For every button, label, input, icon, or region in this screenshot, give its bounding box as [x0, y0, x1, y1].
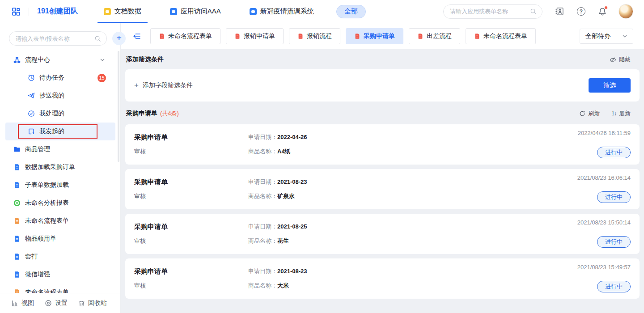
form-tab-bar: 未命名流程表单 报销申请单 报销流程 采购申请单 出差流程 未命名流程表单	[121, 23, 644, 49]
global-search[interactable]	[443, 4, 542, 19]
card-title: 采购申请单	[134, 133, 248, 142]
filter-button[interactable]: 筛选	[589, 78, 631, 93]
apps-grid-icon[interactable]	[12, 7, 21, 16]
sidebar-item-product-management[interactable]: 商品管理	[0, 140, 120, 158]
status-badge[interactable]: 进行中	[597, 147, 631, 158]
contacts-icon[interactable]	[555, 7, 564, 16]
date-label: 申请日期：	[248, 134, 277, 140]
product-label: 商品名称：	[248, 148, 277, 155]
sidebar-item-label: 微信增强	[25, 271, 50, 279]
help-icon[interactable]: ?	[577, 7, 585, 16]
card-stage: 审核	[134, 282, 248, 290]
status-badge[interactable]: 进行中	[597, 281, 631, 292]
sidebar-item-wechat-enhance[interactable]: 微信增强	[0, 266, 120, 283]
hide-filter-toggle[interactable]: 隐藏	[610, 55, 639, 63]
card-stage: 审核	[134, 192, 248, 200]
form-tab-purchase-request[interactable]: 采购申请单	[346, 28, 403, 44]
avatar[interactable]	[619, 4, 633, 19]
sidebar-item-unnamed-process-form[interactable]: 未命名流程表单	[0, 212, 120, 230]
sidebar-item-label: 我处理的	[39, 110, 64, 118]
form-tab-reimburse-flow[interactable]: 报销流程	[289, 28, 340, 44]
views-button[interactable]: 视图	[12, 299, 34, 307]
app-tab-covid[interactable]: 新冠疫情流调系统	[243, 0, 320, 23]
sidebar-item-print-template[interactable]: 套打	[0, 248, 120, 266]
sidebar-item-data-load-purchase-order[interactable]: 数据加载采购订单	[0, 158, 120, 176]
all-apps-pill[interactable]: 全部	[336, 5, 366, 18]
card-title: 采购申请单	[134, 267, 248, 276]
sidebar-item-todo-tasks[interactable]: 待办任务 15	[0, 69, 120, 87]
product-value: 大米	[277, 282, 289, 289]
settings-button[interactable]: 设置	[45, 299, 68, 307]
gear-icon	[45, 300, 52, 307]
date-value: 2021-08-23	[277, 268, 307, 275]
refresh-label: 刷新	[588, 110, 600, 118]
app-tab-label: 文档数据	[114, 7, 141, 16]
refresh-icon	[579, 110, 585, 117]
collapse-sidebar-icon[interactable]	[132, 32, 141, 41]
team-name[interactable]: 191创建团队	[37, 7, 78, 16]
add-filter-field-button[interactable]: + 添加字段筛选条件	[134, 81, 193, 90]
request-card[interactable]: 采购申请单 审核 申请日期：2021-08-25 商品名称：花生 2021/08…	[125, 214, 640, 254]
sidebar-item-clipped[interactable]: 未命名流程表单	[0, 283, 120, 293]
sidebar-footer: 视图 设置 回收站	[0, 293, 120, 313]
form-tab-business-trip[interactable]: 出差流程	[409, 28, 460, 44]
global-search-input[interactable]	[450, 8, 530, 15]
request-card[interactable]: 采购申请单 审核 申请日期：2021-08-23 商品名称：大米 2021/08…	[125, 258, 640, 299]
group-label: 流程中心	[25, 56, 50, 64]
product-value: 矿泉水	[277, 193, 295, 199]
sidebar-group-process-center[interactable]: 流程中心	[0, 51, 120, 69]
filter-card: + 添加字段筛选条件 筛选	[125, 69, 640, 102]
date-value: 2021-08-23	[277, 178, 307, 185]
form-tab-unnamed-1[interactable]: 未命名流程表单	[150, 28, 220, 44]
status-badge[interactable]: 进行中	[597, 191, 631, 203]
sidebar-item-initiated-by-me[interactable]: 我发起的	[5, 123, 115, 140]
sidebar-item-handled-by-me[interactable]: 我处理的	[0, 105, 120, 123]
status-badge[interactable]: 进行中	[597, 236, 631, 248]
refresh-button[interactable]: 刷新	[579, 110, 600, 118]
sidebar-scrollbar[interactable]	[118, 51, 119, 162]
notification-bell-icon[interactable]	[598, 7, 607, 16]
request-card[interactable]: 采购申请单 审核 申请日期：2021-08-23 商品名称：矿泉水 2021/0…	[125, 169, 640, 209]
request-card[interactable]: 采购申请单 审核 申请日期：2022-04-26 商品名称：A4纸 2022/0…	[125, 124, 640, 165]
product-value: 花生	[277, 237, 289, 244]
recycle-bin-button[interactable]: 回收站	[78, 299, 107, 307]
doc-icon	[13, 182, 21, 189]
card-timestamp: 2022/04/26 16:11:59	[578, 130, 631, 136]
sort-button[interactable]: 1↓ 最新	[611, 110, 631, 118]
app-tab-access[interactable]: 应用访问AAA	[164, 0, 227, 23]
sidebar-item-cc-to-me[interactable]: 抄送我的	[0, 87, 120, 105]
card-title: 采购申请单	[134, 178, 248, 186]
doc-icon	[234, 33, 241, 39]
doc-icon	[474, 33, 480, 39]
form-tab-label: 报销申请单	[244, 32, 275, 40]
bar-chart-icon	[12, 300, 18, 307]
sidebar-item-label: 商品管理	[25, 145, 50, 153]
app-tab-docs[interactable]: 文档数据	[97, 0, 148, 23]
sort-icon: 1↓	[611, 110, 616, 117]
add-form-button[interactable]: +	[112, 32, 126, 45]
date-value: 2021-08-25	[277, 223, 307, 230]
chevron-down-icon[interactable]	[100, 57, 105, 63]
date-label: 申请日期：	[248, 178, 277, 185]
paper-plane-icon	[28, 92, 35, 99]
form-search-input[interactable]	[16, 35, 94, 42]
chevron-down-icon	[622, 34, 627, 39]
form-tab-unnamed-2[interactable]: 未命名流程表单	[466, 28, 536, 44]
report-icon	[13, 199, 21, 207]
form-tab-reimburse-request[interactable]: 报销申请单	[226, 28, 284, 44]
search-icon	[94, 35, 101, 42]
sidebar-item-label: 未命名流程表单	[25, 288, 69, 293]
scope-select[interactable]: 全部待办	[580, 29, 633, 44]
scope-select-value: 全部待办	[585, 32, 610, 40]
sidebar-item-item-requisition[interactable]: 物品领用单	[0, 230, 120, 248]
topbar: 191创建团队 文档数据 应用访问AAA 新冠疫情流调系统 全部 ?	[0, 0, 644, 23]
sidebar-item-unnamed-report[interactable]: 未命名分析报表	[0, 194, 120, 212]
form-search[interactable]	[9, 31, 107, 46]
sidebar-item-label: 物品领用单	[25, 235, 56, 243]
doc-icon	[354, 33, 360, 39]
product-value: A4纸	[277, 148, 291, 155]
sidebar-item-label: 数据加载采购订单	[25, 163, 75, 171]
app-icon-blue	[170, 8, 177, 15]
sidebar-item-subform-data-load[interactable]: 子表单数据加载	[0, 176, 120, 194]
sidebar-tree: 流程中心 待办任务 15 抄送我的 我处理的 我发起的	[0, 51, 120, 293]
